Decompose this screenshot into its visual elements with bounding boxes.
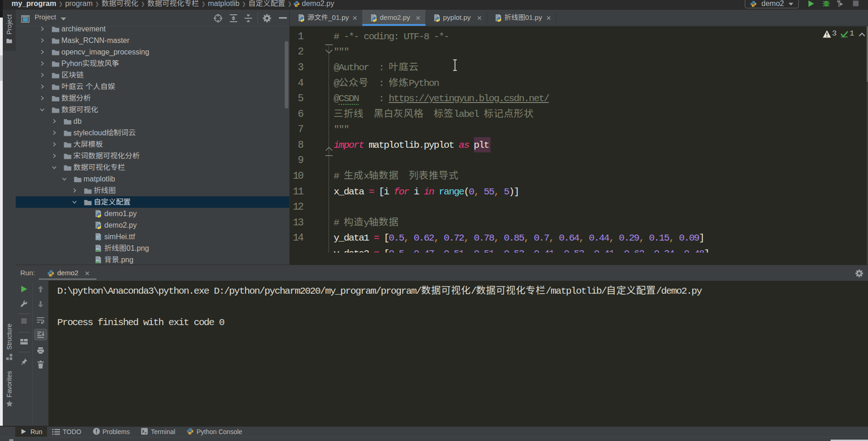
svg-text:?: ? bbox=[98, 236, 101, 241]
